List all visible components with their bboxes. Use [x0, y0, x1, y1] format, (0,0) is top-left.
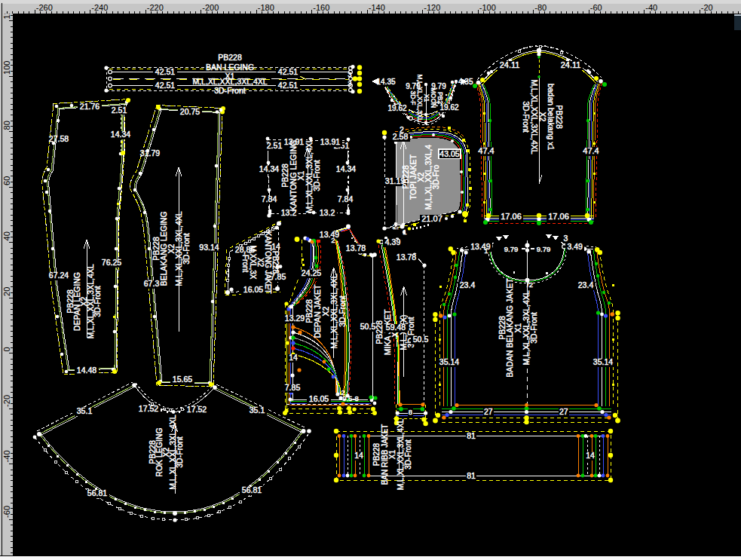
svg-text:14.34: 14.34	[111, 130, 130, 139]
svg-text:19.62: 19.62	[387, 104, 406, 112]
svg-text:60: 60	[2, 176, 11, 185]
svg-text:13.78: 13.78	[397, 252, 416, 262]
svg-text:1: 1	[484, 246, 488, 255]
svg-text:93.14: 93.14	[199, 243, 219, 252]
svg-text:56.81: 56.81	[87, 488, 107, 497]
svg-text:-220: -220	[147, 3, 164, 12]
svg-text:67.24: 67.24	[49, 271, 69, 280]
svg-text:14: 14	[586, 451, 595, 460]
svg-text:9.79: 9.79	[504, 245, 519, 253]
svg-text:3: 3	[348, 70, 351, 78]
svg-text:-80: -80	[534, 3, 547, 12]
svg-text:-20: -20	[2, 395, 11, 407]
svg-text:20.75: 20.75	[180, 107, 200, 116]
svg-text:81: 81	[467, 471, 476, 480]
svg-text:76.25: 76.25	[102, 258, 121, 267]
svg-text:15.65: 15.65	[173, 375, 192, 384]
svg-text:-60: -60	[2, 506, 11, 518]
svg-text:16.05: 16.05	[309, 394, 329, 403]
svg-text:-60: -60	[590, 3, 602, 12]
svg-text:3.49: 3.49	[567, 242, 583, 251]
svg-text:23.4: 23.4	[578, 280, 594, 289]
svg-text:-180: -180	[258, 3, 274, 12]
svg-text:BAN RIBB JAKET: BAN RIBB JAKET	[381, 424, 389, 485]
svg-text:21.76: 21.76	[80, 102, 100, 111]
svg-text:7.85: 7.85	[285, 383, 301, 392]
svg-text:3D-Front: 3D-Front	[182, 233, 191, 265]
svg-text:27: 27	[559, 407, 568, 416]
svg-text:-200: -200	[202, 3, 219, 12]
svg-text:35.14: 35.14	[439, 357, 459, 366]
svg-text:42.51: 42.51	[155, 81, 175, 90]
svg-text:17.06: 17.06	[548, 212, 569, 221]
svg-text:3: 3	[348, 79, 351, 87]
svg-text:67.3: 67.3	[144, 279, 160, 288]
svg-text:M,L,XL,XXL,3XL,4XL: M,L,XL,XXL,3XL,4XL	[397, 418, 405, 490]
svg-text:24.25: 24.25	[302, 268, 321, 277]
svg-text:-140: -140	[369, 3, 385, 12]
svg-text:50.5: 50.5	[360, 322, 376, 331]
svg-text:3D-Front: 3D-Front	[312, 160, 321, 191]
svg-text:14: 14	[289, 353, 298, 362]
svg-text:47.4: 47.4	[478, 146, 494, 155]
svg-text:3D-Front: 3D-Front	[175, 436, 184, 468]
svg-text:27: 27	[484, 407, 493, 416]
svg-text:100: 100	[2, 61, 11, 75]
svg-text:3D-Front: 3D-Front	[214, 86, 246, 95]
svg-text:14.35: 14.35	[376, 78, 395, 86]
svg-text:3D-F: 3D-F	[409, 91, 417, 106]
svg-text:-260: -260	[36, 3, 53, 12]
svg-text:2.51: 2.51	[112, 106, 127, 115]
svg-text:59.48: 59.48	[386, 323, 406, 332]
svg-text:17.06: 17.06	[501, 212, 522, 221]
svg-text:31.79: 31.79	[140, 148, 160, 158]
svg-text:14.34: 14.34	[336, 164, 356, 173]
svg-text:42.51: 42.51	[278, 81, 298, 90]
svg-text:-40: -40	[645, 3, 657, 12]
svg-text:3: 3	[563, 234, 568, 243]
svg-text:-240: -240	[91, 3, 108, 12]
svg-text:40: 40	[2, 231, 11, 240]
svg-text:35.14: 35.14	[593, 357, 613, 366]
svg-text:13.78: 13.78	[346, 243, 366, 252]
svg-text:27.58: 27.58	[49, 134, 69, 143]
svg-text:24.11: 24.11	[561, 60, 581, 69]
svg-text:1: 1	[403, 228, 406, 236]
svg-text:35.1: 35.1	[250, 405, 265, 415]
svg-text:PB228: PB228	[372, 443, 381, 466]
svg-text:23.4: 23.4	[460, 280, 476, 289]
svg-text:PB228: PB228	[218, 53, 242, 62]
svg-text:X1: X1	[388, 449, 397, 459]
svg-text:3D-Front: 3D-Front	[529, 312, 538, 344]
svg-text:-120: -120	[424, 3, 440, 12]
svg-text:56.81: 56.81	[242, 485, 262, 494]
svg-text:14: 14	[354, 451, 363, 460]
svg-text:47.4: 47.4	[583, 146, 599, 155]
svg-text:3D-Front: 3D-Front	[93, 286, 102, 317]
svg-text:14.48: 14.48	[77, 366, 96, 375]
svg-text:14.34: 14.34	[259, 164, 279, 173]
svg-text:3D-Front: 3D-Front	[338, 295, 347, 327]
svg-text:17.52: 17.52	[139, 404, 158, 413]
svg-text:7.84: 7.84	[262, 194, 277, 203]
svg-text:-40: -40	[2, 450, 11, 462]
svg-text:13.49: 13.49	[320, 230, 339, 239]
svg-text:24.11: 24.11	[500, 60, 520, 69]
svg-text:3D-Fro: 3D-Fro	[431, 165, 440, 190]
svg-text:81: 81	[467, 431, 476, 440]
svg-text:43.05: 43.05	[439, 149, 459, 158]
svg-text:-100: -100	[479, 3, 496, 12]
svg-text:2: 2	[331, 236, 335, 244]
svg-text:-160: -160	[313, 3, 329, 12]
svg-text:35.1: 35.1	[77, 406, 93, 415]
svg-text:8: 8	[409, 408, 412, 416]
svg-text:50.5: 50.5	[413, 335, 429, 344]
svg-text:2.51: 2.51	[267, 141, 283, 150]
svg-text:21.07: 21.07	[421, 214, 442, 223]
svg-text:20: 20	[2, 287, 11, 296]
svg-text:2.: 2.	[393, 222, 399, 231]
svg-text:BAN LEGING: BAN LEGING	[206, 63, 254, 72]
svg-text:9.5-8: 9.5-8	[342, 394, 359, 402]
svg-text:2.58: 2.58	[393, 132, 409, 141]
svg-text:42.51: 42.51	[155, 67, 175, 76]
